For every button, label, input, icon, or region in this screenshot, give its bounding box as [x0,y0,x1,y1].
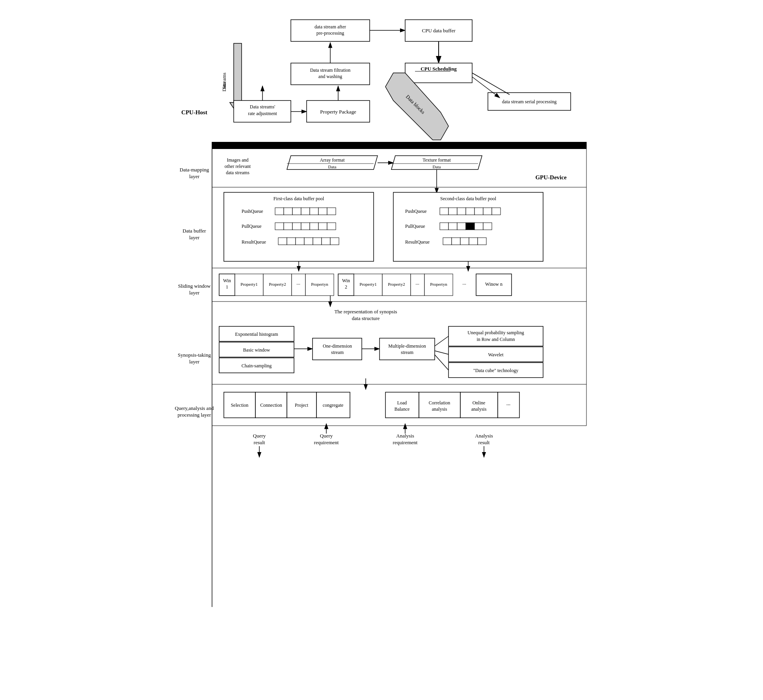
svg-rect-29 [475,208,483,215]
filtration-text1: Data stream filtration [310,67,351,73]
query-label2: processing layer [178,412,212,418]
cpu-scheduling-text: CPU Scheduling [421,66,457,72]
one-dim-text2: stream [331,350,344,355]
congregate-text: congregate [323,402,344,408]
query-req-text2: requirement [314,439,339,445]
first-result-text: ResultQueue [242,239,266,245]
first-pool-text: First-class data buffer pool [274,196,324,201]
win1-text1: Win [223,278,231,283]
query-result-text1: Query [253,433,266,439]
load-balance-text1: Load [397,400,407,406]
svg-rect-35 [466,223,475,230]
prop2a-text: Property2 [269,282,286,287]
data-buffer-label1: Data buffer [182,228,206,234]
svg-rect-41 [469,238,478,245]
sliding-window-label1: Sliding window [178,283,211,289]
corr-analysis-text1: Correlation [429,400,450,406]
svg-rect-17 [327,223,336,230]
propnb-text: Propertyn [430,282,447,287]
svg-rect-42 [478,238,486,245]
query-result-text2: result [254,439,265,445]
dots-text: ··· [506,402,511,408]
svg-rect-16 [318,223,327,230]
svg-rect-40 [460,238,469,245]
analysis-req-text1: Analysis [396,433,414,439]
svg-rect-27 [457,208,466,215]
svg-rect-15 [310,223,318,230]
svg-rect-8 [310,208,318,215]
multi-dim-text2: stream [401,350,414,355]
data-stream-after-text1: data stream after [315,24,346,30]
svg-rect-39 [452,238,460,245]
svg-rect-37 [483,223,492,230]
svg-rect-5 [284,208,292,215]
data-cube-text: "Data cube" technology [473,368,518,373]
dotsb-text: ··· [415,281,419,287]
synopsis-label1: Synopsis-taking [178,352,211,358]
corr-analysis-text2: analysis [432,406,447,412]
svg-rect-26 [448,208,457,215]
array-format-text: Array format [320,157,345,163]
data-streams-label2: Streams [221,73,227,89]
data-stream-after-text2: pre-processing [316,30,344,36]
second-push-text: PushQueue [405,209,427,214]
svg-rect-31 [492,208,501,215]
analysis-result-text1: Analysis [475,433,493,439]
unequal-text1: Unequal probability sampling [467,330,524,335]
prop2b-text: Property2 [388,282,405,287]
prop1a-text: Property1 [240,282,257,287]
query-req-text1: Query [320,433,333,439]
dotsa-text: ··· [296,281,300,287]
diagram-container: CPU-Host Data Streams data stream after … [173,8,590,660]
multi-dim-box [380,338,435,360]
cpu-host-label: CPU-Host [181,109,207,115]
unequal-text2: in Row and Column [476,337,515,342]
svg-rect-36 [475,223,483,230]
svg-rect-25 [440,208,448,215]
chain-sampling-text: Chain-sampling [242,363,272,369]
svg-rect-13 [292,223,301,230]
multi-dim-text1: Multiple-dimension [388,343,426,349]
svg-rect-23 [322,238,330,245]
basic-window-text: Basic window [243,347,270,353]
synopsis-text2: data structure [352,315,380,321]
svg-rect-19 [287,238,296,245]
property-package-text: Property Package [320,109,356,115]
first-push-text: PushQueue [242,209,263,214]
svg-rect-34 [457,223,466,230]
data-mapping-label2: layer [189,173,200,179]
analysis-result-text2: result [478,439,490,445]
svg-rect-12 [284,223,292,230]
second-pool-text: Second-class data buffer pool [440,196,497,201]
project-text: Project [295,402,309,408]
unequal-box [448,326,543,346]
dotsc-text: ··· [462,281,466,287]
one-dim-box [313,338,362,360]
win1-text2: 1 [226,284,228,290]
svg-rect-38 [443,238,452,245]
one-dim-text1: One-dimension [323,343,352,349]
win2-text1: Win [342,278,350,283]
win2-text2: 2 [345,284,347,290]
exp-hist-text: Exponential histogram [235,331,279,337]
data-mapping-label1: Data-mapping [180,167,209,173]
synopsis-label2: layer [189,359,200,365]
load-balance-text2: Balance [395,406,410,412]
sliding-window-label2: layer [189,290,200,296]
second-pull-text: PullQueue [405,223,425,229]
images-text3: data streams [226,170,249,175]
svg-rect-11 [275,223,284,230]
svg-rect-24 [330,238,339,245]
query-label1: Query,analysis and [175,405,214,411]
pci-bar [212,142,586,149]
data-buffer-label2: layer [189,235,200,240]
svg-rect-9 [318,208,327,215]
svg-rect-7 [301,208,310,215]
analysis-req-text2: requirement [393,439,418,445]
selection-text: Selection [231,402,249,408]
svg-rect-4 [275,208,284,215]
filtration-text2: and washing [318,74,342,79]
window-n-text: Winow n [485,281,502,287]
array-data-text: Data [328,164,337,169]
svg-rect-21 [304,238,313,245]
